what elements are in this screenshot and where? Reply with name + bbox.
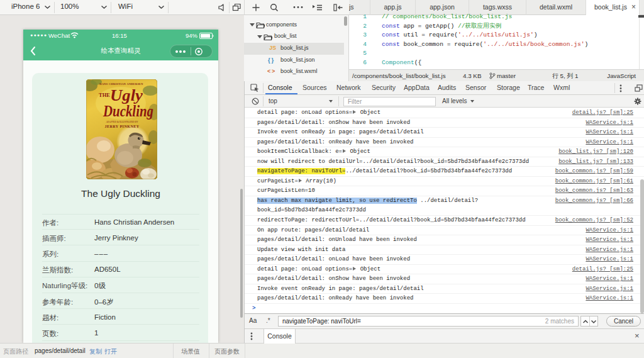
svg-text:Ugly: Ugly [110, 87, 143, 104]
svg-text:THE: THE [99, 92, 110, 98]
svg-text:JERRY PINKNEY: JERRY PINKNEY [104, 125, 139, 128]
svg-text:ADAPTED & ILLUSTRATED BY: ADAPTED & ILLUSTRATED BY [106, 121, 138, 123]
svg-text:HANS CHRISTIAN ANDERSEN: HANS CHRISTIAN ANDERSEN [99, 82, 143, 86]
svg-text:Duckling: Duckling [103, 103, 153, 120]
